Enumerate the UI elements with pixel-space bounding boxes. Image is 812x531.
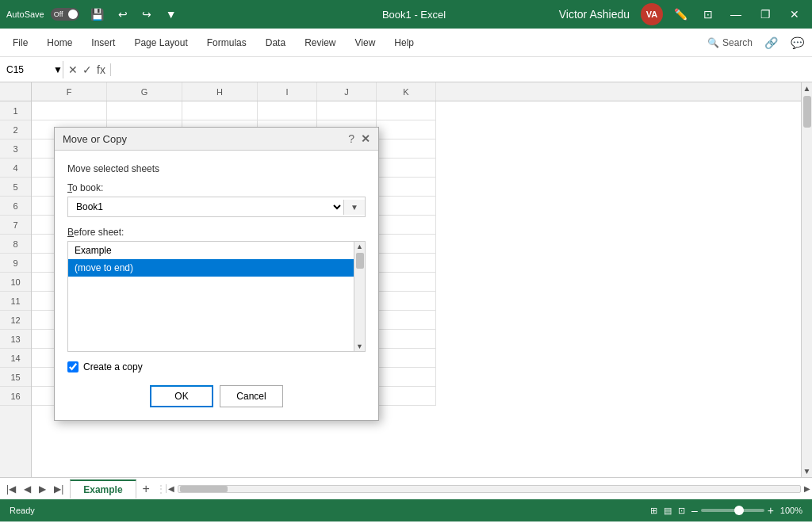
minimize-button[interactable]: — bbox=[724, 6, 748, 22]
cell-7-5[interactable] bbox=[377, 235, 436, 254]
pen-icon[interactable]: ✏️ bbox=[669, 6, 692, 22]
cell-14-5[interactable] bbox=[377, 368, 436, 387]
page-view-icon[interactable]: ▤ bbox=[664, 506, 672, 516]
col-header-K[interactable]: K bbox=[377, 82, 436, 101]
zoom-track[interactable] bbox=[701, 509, 764, 512]
before-sheet-list[interactable]: Example (move to end) ▲ ▼ bbox=[67, 241, 366, 352]
sheet-prev-btn[interactable]: ◀ bbox=[21, 482, 34, 496]
fx-icon[interactable]: fx bbox=[97, 63, 105, 76]
list-scrollbar[interactable]: ▲ ▼ bbox=[354, 242, 365, 351]
confirm-formula-icon[interactable]: ✓ bbox=[82, 63, 92, 76]
cell-6-5[interactable] bbox=[377, 216, 436, 235]
menu-page-layout[interactable]: Page Layout bbox=[124, 32, 197, 53]
redo-icon[interactable]: ↪ bbox=[137, 6, 156, 22]
scroll-down-arrow[interactable]: ▼ bbox=[802, 465, 812, 477]
list-item-move-to-end[interactable]: (move to end) bbox=[68, 259, 365, 277]
cell-4-5[interactable] bbox=[377, 178, 436, 197]
list-scroll-up[interactable]: ▲ bbox=[355, 242, 364, 251]
sheet-tab-example[interactable]: Example bbox=[70, 479, 136, 499]
cell-0-3[interactable] bbox=[258, 101, 317, 120]
row-header-5[interactable]: 5 bbox=[0, 178, 31, 197]
restore-ribbon-icon[interactable]: ⊡ bbox=[699, 6, 718, 22]
row-header-13[interactable]: 13 bbox=[0, 330, 31, 349]
col-header-F[interactable]: F bbox=[32, 82, 107, 101]
cell-2-5[interactable] bbox=[377, 139, 436, 159]
scroll-up-arrow[interactable]: ▲ bbox=[802, 82, 812, 94]
row-header-16[interactable]: 16 bbox=[0, 387, 31, 406]
share-icon[interactable]: 🔗 bbox=[760, 35, 783, 51]
cell-5-5[interactable] bbox=[377, 197, 436, 216]
zoom-minus-btn[interactable]: – bbox=[691, 504, 698, 517]
user-avatar[interactable]: VA bbox=[641, 3, 663, 25]
row-header-6[interactable]: 6 bbox=[0, 197, 31, 216]
menu-data[interactable]: Data bbox=[256, 32, 295, 53]
close-button[interactable]: ✕ bbox=[783, 6, 806, 22]
row-header-3[interactable]: 3 bbox=[0, 139, 31, 159]
quick-access-icon[interactable]: ▼ bbox=[161, 6, 182, 22]
cell-ref-input[interactable] bbox=[6, 64, 50, 75]
row-header-4[interactable]: 4 bbox=[0, 159, 31, 178]
cell-0-5[interactable] bbox=[377, 101, 436, 120]
menu-help[interactable]: Help bbox=[385, 32, 423, 53]
cell-1-5[interactable] bbox=[377, 120, 436, 139]
cell-3-5[interactable] bbox=[377, 159, 436, 178]
autosave-toggle[interactable]: Off bbox=[51, 8, 79, 21]
scroll-right-arrow[interactable]: ▶ bbox=[804, 484, 810, 493]
sheet-next-btn[interactable]: ▶ bbox=[36, 482, 49, 496]
list-item-example[interactable]: Example bbox=[68, 242, 365, 259]
row-header-15[interactable]: 15 bbox=[0, 368, 31, 387]
cell-13-5[interactable] bbox=[377, 349, 436, 368]
menu-insert[interactable]: Insert bbox=[82, 32, 124, 53]
grid-view-icon[interactable]: ⊞ bbox=[650, 506, 657, 516]
add-sheet-button[interactable]: + bbox=[136, 482, 156, 496]
cell-0-1[interactable] bbox=[107, 101, 182, 120]
row-header-8[interactable]: 8 bbox=[0, 235, 31, 254]
cell-ref-dropdown-icon[interactable]: ▼ bbox=[53, 64, 63, 75]
vertical-scrollbar[interactable]: ▲ ▼ bbox=[801, 82, 812, 477]
cell-0-2[interactable] bbox=[182, 101, 258, 120]
scroll-left-arrow[interactable]: ◀ bbox=[168, 484, 174, 493]
row-header-9[interactable]: 9 bbox=[0, 254, 31, 273]
cell-15-5[interactable] bbox=[377, 387, 436, 406]
cell-0-4[interactable] bbox=[317, 101, 377, 120]
row-header-10[interactable]: 10 bbox=[0, 273, 31, 292]
list-scroll-thumb[interactable] bbox=[356, 253, 364, 269]
to-book-dropdown-arrow[interactable]: ▼ bbox=[343, 200, 365, 215]
horizontal-scrollbar[interactable]: ◀ ▶ bbox=[166, 484, 812, 493]
undo-icon[interactable]: ↩ bbox=[113, 6, 132, 22]
restore-button[interactable]: ❐ bbox=[754, 6, 777, 22]
cell-8-5[interactable] bbox=[377, 254, 436, 273]
cancel-button[interactable]: Cancel bbox=[220, 385, 283, 407]
col-header-G[interactable]: G bbox=[107, 82, 182, 101]
h-scroll-thumb[interactable] bbox=[180, 486, 228, 492]
formula-input[interactable] bbox=[111, 61, 812, 78]
page-break-icon[interactable]: ⊡ bbox=[678, 506, 685, 516]
h-scroll-track[interactable] bbox=[178, 485, 801, 493]
sheet-last-btn[interactable]: ▶| bbox=[51, 482, 67, 496]
row-header-11[interactable]: 11 bbox=[0, 292, 31, 311]
scroll-track[interactable] bbox=[802, 94, 812, 465]
row-header-7[interactable]: 7 bbox=[0, 216, 31, 235]
menu-review[interactable]: Review bbox=[295, 32, 345, 53]
list-scroll-track[interactable] bbox=[354, 251, 365, 342]
cell-9-5[interactable] bbox=[377, 273, 436, 292]
cancel-formula-icon[interactable]: ✕ bbox=[68, 63, 78, 76]
row-header-2[interactable]: 2 bbox=[0, 120, 31, 139]
menu-view[interactable]: View bbox=[346, 32, 385, 53]
to-book-select[interactable]: Book1 bbox=[68, 197, 343, 216]
col-header-I[interactable]: I bbox=[258, 82, 317, 101]
row-header-14[interactable]: 14 bbox=[0, 349, 31, 368]
col-header-H[interactable]: H bbox=[182, 82, 258, 101]
dialog-help-button[interactable]: ? bbox=[348, 132, 354, 145]
cell-0-0[interactable] bbox=[32, 101, 107, 120]
comments-icon[interactable]: 💬 bbox=[786, 35, 809, 51]
menu-formulas[interactable]: Formulas bbox=[197, 32, 256, 53]
col-header-J[interactable]: J bbox=[317, 82, 377, 101]
list-scroll-down[interactable]: ▼ bbox=[355, 342, 364, 351]
menu-home[interactable]: Home bbox=[37, 32, 82, 53]
dialog-close-button[interactable]: ✕ bbox=[361, 132, 370, 145]
cell-11-5[interactable] bbox=[377, 311, 436, 330]
row-header-12[interactable]: 12 bbox=[0, 311, 31, 330]
zoom-plus-btn[interactable]: + bbox=[768, 504, 774, 517]
row-header-1[interactable]: 1 bbox=[0, 101, 31, 120]
